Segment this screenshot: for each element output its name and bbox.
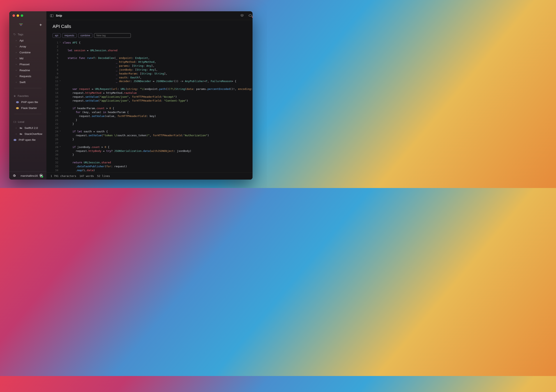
user-account[interactable]: marshallino16 [21,174,43,177]
code-text: } [61,122,74,126]
code-line: 28▾ if jsonBody.count > 0 { [53,145,253,149]
code-line: 1▾ class API { [53,41,253,45]
sidebar-tag-readme[interactable]: ›Readme [11,67,45,73]
local-label: Local [18,120,24,123]
tag-label: Api [20,39,24,42]
fold-icon[interactable]: ▾ [59,145,61,149]
fold-icon [59,72,61,76]
code-line: 26 } [53,138,253,141]
fold-icon [59,60,61,64]
line-number: 6 [53,60,59,64]
tag-chip-combine[interactable]: combine [78,33,93,38]
fold-icon [59,53,61,56]
code-line: 7 _ params: [String: Any], [53,64,253,68]
line-number: 24 [53,130,59,134]
tag-icon [13,33,16,36]
favorites-label: Favorites [18,94,29,98]
document-title[interactable]: API Calls [53,24,253,29]
fold-icon [59,138,61,141]
line-number: 8 [53,68,59,72]
fold-icon [59,64,61,68]
fold-icon [59,165,61,169]
fold-icon [59,87,61,91]
fold-icon [59,134,61,138]
folder-icon [20,127,22,129]
line-number: 7 [53,64,59,68]
new-snippet-button[interactable]: ＋ [39,22,43,28]
code-text: _ httpMethod: HttpMethod, [61,60,156,64]
line-number: 28 [53,145,59,149]
close-icon[interactable] [13,14,15,17]
code-line: 33 .dataTaskPublisher(for: request) [53,165,253,169]
fold-icon[interactable]: ▾ [59,79,61,83]
line-number: 26 [53,138,59,141]
new-tag-input[interactable] [94,33,131,38]
layers-icon[interactable] [240,14,244,17]
line-number: 15 [53,95,59,99]
code-line: 32 return URLSession.shared [53,161,253,165]
line-number: 27 [53,141,59,145]
local-file[interactable]: PHP open file [11,137,45,143]
local-folder[interactable]: ›SwiftUI 2.0 [11,125,45,131]
toggle-sidebar-icon[interactable] [50,14,53,17]
php-icon [16,101,19,103]
code-line: 24▾ if let oauth = oauth { [53,130,253,134]
fold-icon[interactable]: ▾ [59,41,61,45]
code-line: 34 .map(\.data) [53,169,253,172]
tag-chip-api[interactable]: api [53,33,61,38]
line-number: 32 [53,161,59,165]
sidebar-tag-combine[interactable]: ›Combine [11,49,45,55]
sidebar-tag-md[interactable]: ›Md [11,55,45,61]
filter-icon[interactable] [19,23,23,26]
code-text: } [61,138,74,141]
local-folder[interactable]: ›StackOverflow [11,131,45,137]
line-number: 30 [53,153,59,157]
fold-icon[interactable]: ▾ [59,110,61,114]
zoom-icon[interactable] [21,14,23,17]
tag-row: apirequestscombine swift [53,33,253,38]
tag-chip-requests[interactable]: requests [62,33,77,38]
code-editor[interactable]: 1▾ class API {2 3 let session = URLSessi… [53,41,253,172]
line-number: 9 [53,72,59,76]
line-number: 33 [53,165,59,169]
line-number: 12 [53,83,59,87]
status-text: 1 791 characters 147 words 52 lines [51,174,110,177]
code-text: _ headerParam: [String: String], [61,72,167,76]
chevron-right-icon: › [16,81,17,83]
code-line: 15 request.setValue("application/json", … [53,95,253,99]
tag-label: Readme [20,69,30,72]
python-icon [16,107,19,109]
gear-icon[interactable] [13,174,16,177]
line-number: 22 [53,122,59,126]
code-text: if let oauth = oauth { [61,130,108,134]
code-line: 23 [53,126,253,130]
favorite-item[interactable]: Flask Starter [11,105,45,111]
fold-icon[interactable]: ▾ [59,107,61,110]
minimize-icon[interactable] [17,14,19,17]
fold-icon [59,169,61,172]
line-number: 25 [53,134,59,138]
fold-icon [59,91,61,95]
code-text [61,141,63,145]
line-number: 14 [53,91,59,95]
sidebar-tag-swift[interactable]: ›Swift [11,79,45,85]
line-number: 5 [53,56,59,60]
fold-icon[interactable]: ▾ [59,130,61,134]
sidebar: ＋ Tags ›Api›Array›Combine›Md›Phasset›Rea… [9,11,46,180]
line-number: 18 [53,107,59,110]
status-bar: 1 791 characters 147 words 52 lines Copy… [46,172,253,180]
sidebar-tag-phasset[interactable]: ›Phasset [11,61,45,67]
traffic-lights [9,11,46,17]
svg-point-1 [16,101,19,103]
sidebar-tag-api[interactable]: ›Api [11,38,45,44]
sidebar-tag-array[interactable]: ›Array [11,44,45,49]
fold-icon [59,149,61,153]
fold-icon [59,76,61,80]
cloud-sync-icon[interactable] [248,14,253,17]
sidebar-tag-requests[interactable]: ›Requests [11,73,45,79]
favorite-item[interactable]: PHP open file [11,99,45,105]
tag-label: Swift [20,81,25,84]
code-line: 9 _ headerParam: [String: String], [53,72,253,76]
code-line: 30 } [53,153,253,157]
line-number: 16 [53,99,59,103]
